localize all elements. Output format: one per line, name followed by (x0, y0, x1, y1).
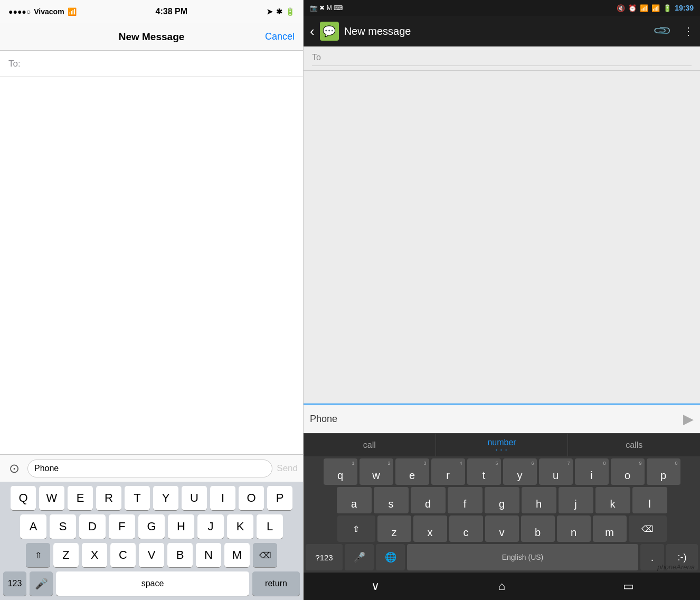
android-key-n[interactable]: n (557, 515, 591, 542)
ios-key-u[interactable]: U (182, 486, 207, 510)
android-space-key[interactable]: English (US) (407, 544, 638, 570)
ios-key-o[interactable]: O (239, 486, 264, 510)
ios-key-d[interactable]: D (79, 514, 106, 539)
android-key-c[interactable]: c (449, 515, 483, 542)
android-key-q[interactable]: 1q (324, 458, 357, 485)
android-key-b[interactable]: b (521, 515, 555, 542)
android-key-row-2: a s d f g h j k l (306, 487, 698, 513)
android-shift-key[interactable]: ⇧ (337, 515, 375, 542)
android-recent-nav-button[interactable]: ▭ (615, 576, 641, 597)
ios-key-q[interactable]: Q (11, 486, 36, 510)
ios-status-left: ●●●●○ Vivacom 📶 (8, 7, 77, 16)
ios-key-c[interactable]: C (110, 543, 136, 567)
android-key-r[interactable]: 4r (431, 458, 465, 485)
ios-key-m[interactable]: M (224, 543, 250, 567)
ios-key-z[interactable]: Z (53, 543, 79, 567)
android-back-button[interactable]: ‹ (310, 23, 315, 40)
android-alarm-icon: ⏰ (628, 4, 637, 12)
ios-status-bar: ●●●●○ Vivacom 📶 4:38 PM ➤ ✱ 🔋 (0, 0, 303, 23)
android-key-e[interactable]: 3e (395, 458, 429, 485)
ios-toolbar: ⊙ Phone Send (0, 454, 303, 482)
ios-key-f[interactable]: F (109, 514, 135, 539)
android-key-row-1: 1q 2w 3e 4r 5t 6y 7u 8i 9o 0p (306, 458, 698, 485)
android-suggest-call[interactable]: call (304, 434, 436, 456)
ios-key-y[interactable]: Y (153, 486, 178, 510)
ios-key-r[interactable]: R (96, 486, 121, 510)
ios-key-i[interactable]: I (210, 486, 235, 510)
ios-nav-bar: New Message Cancel (0, 23, 303, 51)
android-suggest-bar: call number • • • calls (304, 433, 700, 456)
android-key-t[interactable]: 5t (467, 458, 501, 485)
ios-backspace-key[interactable]: ⌫ (253, 543, 277, 567)
android-key-h[interactable]: h (522, 487, 556, 513)
android-key-i[interactable]: 8i (575, 458, 609, 485)
android-compose-bar: Phone ▶ (304, 404, 700, 433)
android-key-p[interactable]: 0p (647, 458, 680, 485)
android-key-x[interactable]: x (413, 515, 447, 542)
android-back-nav-button[interactable]: ∨ (362, 576, 389, 597)
ios-to-input[interactable] (25, 59, 295, 69)
android-backspace-key[interactable]: ⌫ (629, 515, 667, 542)
android-num-key[interactable]: ?123 (306, 544, 343, 570)
android-key-row-3: ⇧ z x c v b n m ⌫ (306, 515, 698, 542)
android-globe-key[interactable]: 🌐 (376, 544, 405, 570)
ios-key-b[interactable]: B (167, 543, 193, 567)
ios-key-j[interactable]: J (197, 514, 224, 539)
android-compose-input[interactable]: Phone (310, 414, 679, 425)
android-suggest-calls[interactable]: calls (568, 434, 700, 456)
android-key-s[interactable]: s (374, 487, 409, 513)
android-key-a[interactable]: a (337, 487, 372, 513)
android-attach-button[interactable]: 📎 (652, 21, 672, 41)
ios-message-input-value: Phone (34, 464, 59, 473)
android-home-nav-button[interactable]: ⌂ (488, 576, 515, 597)
android-key-y[interactable]: 6y (503, 458, 537, 485)
ios-key-t[interactable]: T (125, 486, 150, 510)
android-more-button[interactable]: ⋮ (683, 25, 694, 38)
android-key-u[interactable]: 7u (539, 458, 573, 485)
ios-key-g[interactable]: G (138, 514, 165, 539)
android-key-j[interactable]: j (559, 487, 593, 513)
ios-key-s[interactable]: S (50, 514, 76, 539)
android-sms-icon: 💬 (323, 25, 336, 38)
android-key-f[interactable]: f (448, 487, 483, 513)
android-key-g[interactable]: g (485, 487, 519, 513)
ios-return-key[interactable]: return (252, 571, 300, 596)
ios-key-e[interactable]: E (68, 486, 93, 510)
ios-key-k[interactable]: K (227, 514, 253, 539)
ios-send-button[interactable]: Send (277, 463, 298, 474)
android-app-icon: 💬 (320, 22, 339, 41)
android-send-button[interactable]: ▶ (683, 411, 694, 427)
ios-shift-key[interactable]: ⇧ (26, 543, 50, 567)
android-keyboard: 1q 2w 3e 4r 5t 6y 7u 8i 9o 0p a s d f g … (304, 456, 700, 573)
ios-key-p[interactable]: P (267, 486, 292, 510)
ios-key-row-2: A S D F G H J K L (2, 514, 301, 539)
android-key-d[interactable]: d (411, 487, 446, 513)
android-key-v[interactable]: v (485, 515, 519, 542)
ios-key-v[interactable]: V (139, 543, 164, 567)
android-key-m[interactable]: m (593, 515, 627, 542)
ios-space-key[interactable]: space (56, 571, 249, 596)
ios-key-n[interactable]: N (196, 543, 221, 567)
ios-key-h[interactable]: H (168, 514, 194, 539)
ios-message-area[interactable] (0, 77, 303, 454)
android-message-area[interactable] (304, 71, 700, 404)
android-status-right: 🔇 ⏰ 📶 📶 🔋 19:39 (617, 4, 694, 12)
ios-key-w[interactable]: W (39, 486, 64, 510)
ios-key-x[interactable]: X (82, 543, 107, 567)
ios-num-key[interactable]: 123 (3, 571, 26, 596)
android-suggest-number[interactable]: number • • • (436, 434, 569, 456)
ios-cancel-button[interactable]: Cancel (265, 31, 295, 42)
android-key-o[interactable]: 9o (611, 458, 645, 485)
android-mic-key[interactable]: 🎤 (345, 544, 374, 570)
ios-key-a[interactable]: A (20, 514, 46, 539)
ios-battery-icon: 🔋 (286, 7, 295, 16)
ios-key-l[interactable]: L (257, 514, 283, 539)
android-status-icons: 📷 ✖ M ⌨ (310, 4, 343, 12)
android-key-k[interactable]: k (595, 487, 630, 513)
android-key-l[interactable]: l (632, 487, 667, 513)
ios-camera-button[interactable]: ⊙ (5, 460, 23, 477)
ios-mic-key[interactable]: 🎤 (30, 571, 53, 596)
android-key-w[interactable]: 2w (360, 458, 393, 485)
ios-message-input[interactable]: Phone (27, 460, 272, 477)
android-key-z[interactable]: z (377, 515, 411, 542)
